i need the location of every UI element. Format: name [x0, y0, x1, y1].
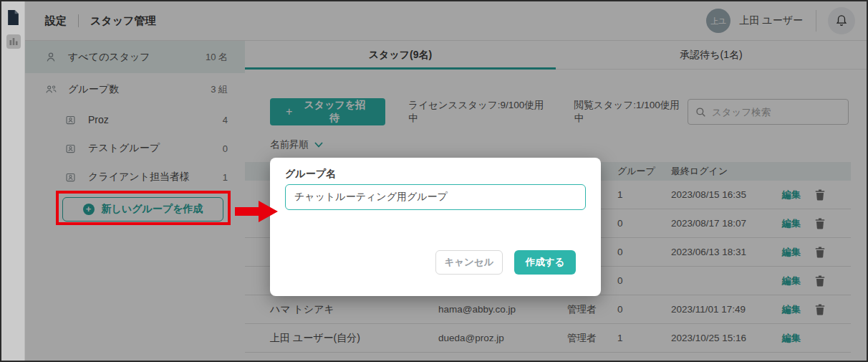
cancel-button[interactable]: キャンセル	[435, 250, 503, 275]
left-icon-rail	[1, 1, 25, 361]
staff-management-screen: 設定 スタッフ管理 上ユ 上田 ユーザー すべてのスタッフ 10 名 グループ数	[0, 0, 868, 362]
create-button[interactable]: 作成する	[514, 250, 576, 275]
chart-icon[interactable]	[1, 29, 25, 53]
group-name-label: グループ名	[285, 167, 586, 180]
create-group-modal: グループ名 キャンセル 作成する	[270, 158, 601, 296]
group-name-input[interactable]	[285, 184, 586, 210]
document-icon[interactable]	[1, 6, 25, 29]
modal-actions: キャンセル 作成する	[285, 250, 586, 275]
